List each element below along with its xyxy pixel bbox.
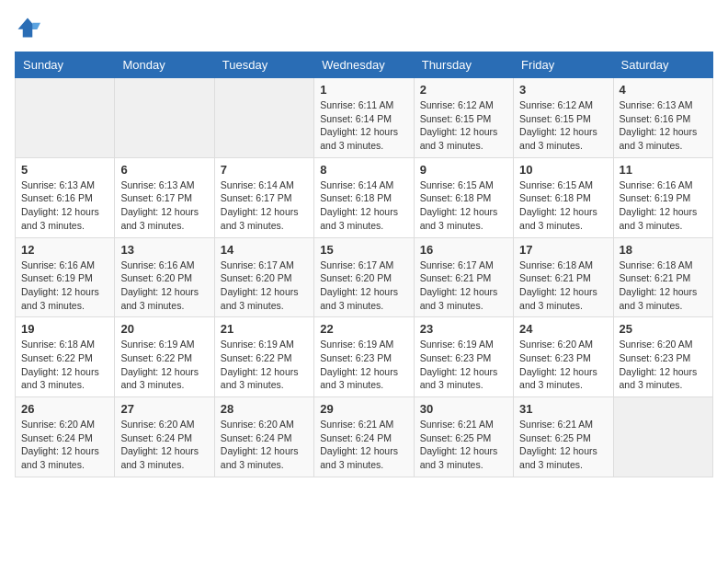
day-info: Sunrise: 6:13 AMSunset: 6:16 PMDaylight:… [620,98,707,153]
calendar-week-row: 12Sunrise: 6:16 AMSunset: 6:19 PMDayligh… [16,237,713,317]
day-number: 13 [120,243,208,257]
day-number: 25 [620,322,707,336]
calendar-cell: 20Sunrise: 6:19 AMSunset: 6:22 PMDayligh… [115,317,214,397]
calendar-cell: 7Sunrise: 6:14 AMSunset: 6:17 PMDaylight… [214,157,313,237]
calendar-cell: 5Sunrise: 6:13 AMSunset: 6:16 PMDaylight… [16,157,115,237]
day-number: 12 [21,243,108,257]
page-header [15,15,713,40]
day-number: 26 [21,402,108,416]
calendar-cell: 18Sunrise: 6:18 AMSunset: 6:21 PMDayligh… [613,237,712,317]
day-info: Sunrise: 6:20 AMSunset: 6:23 PMDaylight:… [519,338,607,392]
day-info: Sunrise: 6:19 AMSunset: 6:22 PMDaylight:… [221,338,308,392]
day-number: 27 [120,402,208,416]
calendar-week-row: 1Sunrise: 6:11 AMSunset: 6:14 PMDaylight… [16,78,713,158]
weekday-header-row: SundayMondayTuesdayWednesdayThursdayFrid… [16,52,713,78]
day-number: 1 [320,83,407,97]
day-number: 29 [320,402,407,416]
weekday-header-cell: Tuesday [214,52,313,78]
calendar-cell: 22Sunrise: 6:19 AMSunset: 6:23 PMDayligh… [314,317,414,397]
calendar-cell: 3Sunrise: 6:12 AMSunset: 6:15 PMDaylight… [514,78,613,158]
calendar-cell: 17Sunrise: 6:18 AMSunset: 6:21 PMDayligh… [514,237,613,317]
calendar-cell: 30Sunrise: 6:21 AMSunset: 6:25 PMDayligh… [414,397,513,477]
day-info: Sunrise: 6:12 AMSunset: 6:15 PMDaylight:… [420,98,507,153]
calendar-cell: 11Sunrise: 6:16 AMSunset: 6:19 PMDayligh… [613,157,712,237]
day-number: 3 [519,83,607,97]
day-number: 22 [320,322,407,336]
calendar-cell: 23Sunrise: 6:19 AMSunset: 6:23 PMDayligh… [414,317,513,397]
day-info: Sunrise: 6:11 AMSunset: 6:14 PMDaylight:… [320,98,407,153]
calendar-cell: 2Sunrise: 6:12 AMSunset: 6:15 PMDaylight… [414,78,513,158]
day-number: 9 [420,163,507,177]
calendar-cell: 13Sunrise: 6:16 AMSunset: 6:20 PMDayligh… [115,237,214,317]
calendar-cell: 25Sunrise: 6:20 AMSunset: 6:23 PMDayligh… [613,317,712,397]
day-info: Sunrise: 6:17 AMSunset: 6:20 PMDaylight:… [221,259,308,313]
day-info: Sunrise: 6:18 AMSunset: 6:22 PMDaylight:… [21,338,108,392]
day-info: Sunrise: 6:16 AMSunset: 6:19 PMDaylight:… [21,259,108,313]
calendar-week-row: 5Sunrise: 6:13 AMSunset: 6:16 PMDaylight… [16,157,713,237]
day-number: 28 [221,402,308,416]
weekday-header-cell: Wednesday [314,52,414,78]
calendar-cell: 27Sunrise: 6:20 AMSunset: 6:24 PMDayligh… [115,397,214,477]
day-number: 4 [620,83,707,97]
day-number: 5 [21,163,108,177]
calendar-body: 1Sunrise: 6:11 AMSunset: 6:14 PMDaylight… [16,78,713,477]
day-info: Sunrise: 6:18 AMSunset: 6:21 PMDaylight:… [620,259,707,313]
day-info: Sunrise: 6:16 AMSunset: 6:20 PMDaylight:… [120,259,208,313]
weekday-header-cell: Saturday [613,52,712,78]
day-info: Sunrise: 6:20 AMSunset: 6:24 PMDaylight:… [120,418,208,472]
day-info: Sunrise: 6:14 AMSunset: 6:17 PMDaylight:… [221,178,308,233]
day-info: Sunrise: 6:18 AMSunset: 6:21 PMDaylight:… [519,259,607,313]
calendar-cell: 29Sunrise: 6:21 AMSunset: 6:24 PMDayligh… [314,397,414,477]
calendar-cell: 19Sunrise: 6:18 AMSunset: 6:22 PMDayligh… [16,317,115,397]
day-info: Sunrise: 6:17 AMSunset: 6:21 PMDaylight:… [420,259,507,313]
day-info: Sunrise: 6:19 AMSunset: 6:22 PMDaylight:… [120,338,208,392]
calendar-cell: 21Sunrise: 6:19 AMSunset: 6:22 PMDayligh… [214,317,313,397]
calendar-cell: 10Sunrise: 6:15 AMSunset: 6:18 PMDayligh… [514,157,613,237]
weekday-header-cell: Monday [115,52,214,78]
calendar-cell: 9Sunrise: 6:15 AMSunset: 6:18 PMDaylight… [414,157,513,237]
day-info: Sunrise: 6:13 AMSunset: 6:17 PMDaylight:… [120,178,208,233]
weekday-header-cell: Thursday [414,52,513,78]
day-info: Sunrise: 6:16 AMSunset: 6:19 PMDaylight:… [620,178,707,233]
day-info: Sunrise: 6:20 AMSunset: 6:24 PMDaylight:… [221,418,308,472]
day-number: 18 [620,243,707,257]
day-number: 30 [420,402,507,416]
calendar-table: SundayMondayTuesdayWednesdayThursdayFrid… [15,52,713,477]
logo [15,15,44,40]
calendar-cell [115,78,214,158]
day-info: Sunrise: 6:15 AMSunset: 6:18 PMDaylight:… [420,178,507,233]
day-number: 16 [420,243,507,257]
day-number: 11 [620,163,707,177]
svg-marker-1 [32,23,40,29]
day-info: Sunrise: 6:13 AMSunset: 6:16 PMDaylight:… [21,178,108,233]
calendar-cell: 12Sunrise: 6:16 AMSunset: 6:19 PMDayligh… [16,237,115,317]
day-number: 8 [320,163,407,177]
day-number: 31 [519,402,607,416]
calendar-week-row: 26Sunrise: 6:20 AMSunset: 6:24 PMDayligh… [16,397,713,477]
logo-icon [15,15,40,40]
day-info: Sunrise: 6:19 AMSunset: 6:23 PMDaylight:… [420,338,507,392]
calendar-cell [214,78,313,158]
day-number: 21 [221,322,308,336]
day-info: Sunrise: 6:12 AMSunset: 6:15 PMDaylight:… [519,98,607,153]
day-number: 17 [519,243,607,257]
day-number: 19 [21,322,108,336]
day-number: 10 [519,163,607,177]
day-info: Sunrise: 6:20 AMSunset: 6:23 PMDaylight:… [620,338,707,392]
calendar-cell: 4Sunrise: 6:13 AMSunset: 6:16 PMDaylight… [613,78,712,158]
calendar-cell: 15Sunrise: 6:17 AMSunset: 6:20 PMDayligh… [314,237,414,317]
day-info: Sunrise: 6:14 AMSunset: 6:18 PMDaylight:… [320,178,407,233]
calendar-cell: 8Sunrise: 6:14 AMSunset: 6:18 PMDaylight… [314,157,414,237]
calendar-cell [613,397,712,477]
calendar-cell: 16Sunrise: 6:17 AMSunset: 6:21 PMDayligh… [414,237,513,317]
calendar-cell: 1Sunrise: 6:11 AMSunset: 6:14 PMDaylight… [314,78,414,158]
day-number: 20 [120,322,208,336]
day-number: 23 [420,322,507,336]
calendar-cell: 6Sunrise: 6:13 AMSunset: 6:17 PMDaylight… [115,157,214,237]
calendar-cell: 14Sunrise: 6:17 AMSunset: 6:20 PMDayligh… [214,237,313,317]
day-info: Sunrise: 6:19 AMSunset: 6:23 PMDaylight:… [320,338,407,392]
calendar-cell: 26Sunrise: 6:20 AMSunset: 6:24 PMDayligh… [16,397,115,477]
calendar-cell: 31Sunrise: 6:21 AMSunset: 6:25 PMDayligh… [514,397,613,477]
day-info: Sunrise: 6:17 AMSunset: 6:20 PMDaylight:… [320,259,407,313]
day-info: Sunrise: 6:20 AMSunset: 6:24 PMDaylight:… [21,418,108,472]
